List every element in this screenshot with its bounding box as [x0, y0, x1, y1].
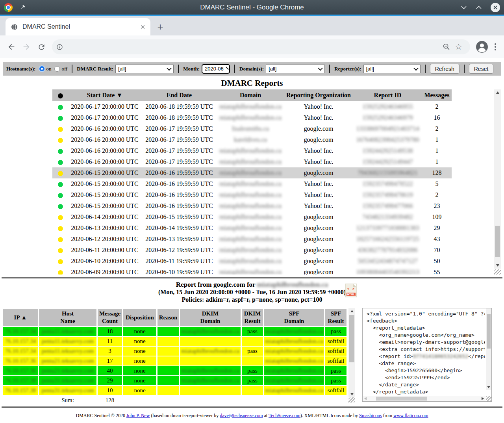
resize-grip[interactable]	[486, 396, 491, 401]
report-status-cell	[52, 245, 68, 256]
sum-empty	[158, 396, 179, 403]
report-row[interactable]: 2020-06-15 20:00:00 UTC2020-06-16 19:59:…	[52, 189, 452, 200]
footer-link[interactable]: Smashicons	[359, 413, 382, 418]
records-column-header[interactable]: DKIM Result	[242, 309, 263, 326]
records-column-header[interactable]: DKIM Domain	[180, 309, 241, 326]
scroll-thumb[interactable]	[376, 397, 427, 401]
report-start-date: 2020-06-14 20:00:00 UTC	[68, 212, 141, 223]
blurred-domain: miataphilbrouflondon.ca	[219, 213, 282, 220]
records-column-header[interactable]: Reason	[158, 309, 179, 326]
domains-select[interactable]: [all]	[266, 65, 325, 73]
scroll-down-arrow[interactable]	[494, 262, 501, 269]
report-row[interactable]: 2020-06-17 20:00:00 UTC2020-06-18 19:59:…	[52, 101, 452, 112]
address-bar[interactable]: ☆	[52, 39, 470, 54]
reports-column-header[interactable]	[52, 89, 68, 101]
record-row: 76.10.157.34penta11.teksavvy.com3nonemia…	[3, 347, 346, 356]
report-domain: miataphilbrouflondon.ca	[217, 156, 284, 167]
refresh-button[interactable]: Refresh	[430, 64, 460, 74]
xml-horizontal-scrollbar[interactable]	[363, 396, 485, 401]
report-row[interactable]: 2020-06-11 20:00:00 UTC2020-06-12 19:59:…	[52, 245, 452, 256]
footer-link[interactable]: TechSneeze.com	[269, 413, 300, 418]
records-scrollbar[interactable]	[348, 308, 355, 397]
hostnames-off-radio[interactable]	[54, 66, 60, 72]
tab-close-icon[interactable]	[141, 25, 145, 29]
report-row[interactable]: 2020-06-16 20:00:00 UTC2020-06-17 19:59:…	[52, 156, 452, 167]
footer-link[interactable]: www.flaticon.com	[393, 413, 428, 418]
records-column-header[interactable]: SPF Domain	[264, 309, 324, 326]
browser-menu-icon[interactable]	[495, 43, 496, 50]
report-row[interactable]: 2020-06-12 20:00:00 UTC2020-06-13 19:59:…	[52, 234, 452, 245]
report-row[interactable]: 2020-06-15 20:00:00 UTC2020-06-16 19:59:…	[52, 178, 452, 189]
report-status-cell	[52, 112, 68, 123]
maximize-button[interactable]	[476, 6, 482, 9]
footer: DMARC Sentinel © 2020 John P. New (based…	[0, 410, 504, 419]
records-column-header[interactable]: IP ▲	[3, 309, 38, 326]
reports-column-header[interactable]: Domain	[217, 89, 284, 101]
scroll-right-arrow[interactable]	[480, 396, 485, 401]
scroll-up-arrow[interactable]	[348, 308, 355, 314]
blurred-domain: miataphilbrouflondon.ca	[219, 202, 282, 209]
report-row[interactable]: 2020-06-15 20:00:00 UTC2020-06-16 19:59:…	[52, 200, 452, 212]
xml-viewer[interactable]: <?xml version="1.0" encoding="UTF-8" ?><…	[362, 308, 492, 402]
reports-column-header[interactable]: Report ID	[353, 89, 422, 101]
record-count: 3	[98, 347, 122, 356]
reports-column-header[interactable]: Reporting Organization	[284, 89, 353, 101]
report-row[interactable]: 2020-06-15 20:00:00 UTC2020-06-16 19:59:…	[52, 167, 452, 178]
tab-dmarc-sentinel[interactable]: DMARC Sentinel	[6, 18, 150, 35]
forward-button[interactable]	[19, 39, 34, 54]
xml-vertical-scrollbar[interactable]	[486, 308, 491, 390]
reports-column-header[interactable]: Messages	[422, 89, 452, 101]
records-column-header[interactable]: Message Count	[98, 309, 122, 326]
report-row[interactable]: 2020-06-16 20:00:00 UTC2020-06-17 19:59:…	[52, 134, 452, 145]
reports-table-container: Start Date ▼End DateDomainReporting Orga…	[3, 89, 501, 275]
report-row[interactable]: 2020-06-16 20:00:00 UTC2020-06-17 19:59:…	[52, 145, 452, 156]
reset-button[interactable]: Reset	[469, 64, 494, 74]
html-file-icon[interactable]: < > HTML	[346, 284, 356, 297]
filter-bar: Hostname(s): on off DMARC Result: [all] …	[3, 62, 501, 76]
reports-scrollbar[interactable]	[494, 89, 501, 269]
pin-icon[interactable]	[20, 4, 26, 10]
sum-empty	[325, 396, 346, 403]
scroll-down-arrow[interactable]	[486, 384, 491, 390]
report-row[interactable]: 2020-06-17 20:00:00 UTC2020-06-18 19:59:…	[52, 112, 452, 123]
scroll-thumb[interactable]	[349, 315, 354, 362]
report-row[interactable]: 2020-06-09 20:00:00 UTC2020-06-10 19:59:…	[52, 267, 452, 275]
hostnames-on-radio[interactable]	[39, 66, 44, 71]
report-row[interactable]: 2020-06-16 20:00:00 UTC2020-06-17 19:59:…	[52, 123, 452, 134]
reload-button[interactable]	[34, 39, 49, 54]
report-domain: miataphilbrouflondon.ca	[217, 189, 284, 200]
report-id: 1592357498478619	[353, 189, 422, 200]
report-row[interactable]: 2020-06-13 20:00:00 UTC2020-06-14 19:59:…	[52, 223, 452, 234]
bookmark-star-icon[interactable]: ☆	[451, 43, 466, 51]
records-column-header[interactable]: SPF Result	[325, 309, 346, 326]
month-select[interactable]: 2020-06	[202, 64, 230, 74]
records-column-header[interactable]: Disposition	[123, 309, 156, 326]
scroll-down-arrow[interactable]	[348, 391, 355, 397]
scroll-up-arrow[interactable]	[494, 89, 501, 96]
resize-grip[interactable]	[494, 269, 501, 275]
reporters-select[interactable]: [all]	[363, 65, 421, 73]
back-button[interactable]	[4, 39, 19, 54]
hostnames-off-label[interactable]: off	[61, 66, 67, 72]
new-tab-button[interactable]: +	[154, 21, 166, 33]
site-info-icon[interactable]	[56, 43, 63, 51]
records-table: IP ▲Host NameMessage CountDispositionRea…	[3, 308, 348, 403]
report-row[interactable]: 2020-06-10 20:00:00 UTC2020-06-11 19:59:…	[52, 256, 452, 267]
close-button[interactable]	[491, 3, 500, 12]
report-row[interactable]: 2020-06-14 20:00:00 UTC2020-06-15 19:59:…	[52, 212, 452, 223]
minimize-button[interactable]	[461, 6, 467, 9]
reports-column-header[interactable]: End Date	[141, 89, 217, 101]
scroll-left-arrow[interactable]	[363, 396, 368, 401]
records-column-header[interactable]: Host Name	[39, 309, 96, 326]
resize-grip[interactable]	[348, 397, 355, 403]
scroll-thumb[interactable]	[495, 226, 500, 257]
profile-avatar[interactable]	[476, 41, 488, 53]
scroll-thumb[interactable]	[487, 314, 491, 349]
zoom-out-icon[interactable]	[442, 43, 451, 51]
dmarc-result-select[interactable]: [all]	[115, 65, 174, 73]
footer-link[interactable]: dave@techsneeze.com	[220, 413, 263, 418]
footer-link[interactable]: John P. New	[126, 413, 150, 418]
reports-column-header[interactable]: Start Date ▼	[68, 89, 141, 101]
tab-title: DMARC Sentinel	[22, 23, 136, 30]
hostnames-on-label[interactable]: on	[46, 66, 51, 72]
